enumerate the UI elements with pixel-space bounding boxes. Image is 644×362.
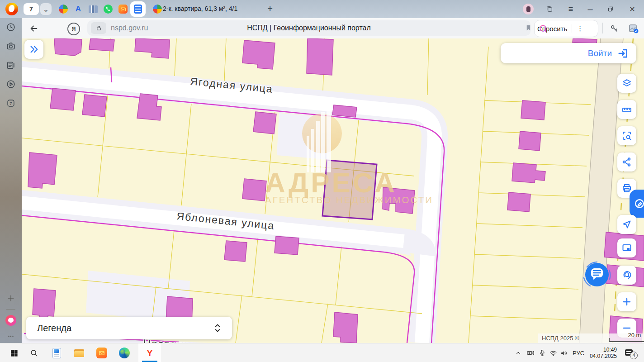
window-close-button[interactable]: ✕	[627, 4, 638, 14]
restore-icon	[607, 6, 614, 12]
sidebar-add-button[interactable]	[6, 293, 16, 303]
yandex-browser-taskbar-button[interactable]: Y	[138, 343, 161, 362]
screen: 7 ⌄ A 2-к. квартира, 61,3 м², 4/1 + ≡ – …	[0, 0, 644, 362]
edge-icon	[119, 348, 130, 358]
pinned-tab-whatsapp-icon[interactable]	[104, 5, 113, 14]
tray-camera[interactable]	[526, 343, 535, 362]
active-tab-title[interactable]: 2-к. квартира, 61,3 м², 4/1	[163, 5, 258, 12]
history-button[interactable]	[6, 22, 16, 32]
toolbar-divider	[602, 23, 603, 33]
plus-icon	[621, 296, 632, 307]
notification-badge: 4	[630, 352, 638, 359]
file-explorer-button[interactable]	[73, 347, 85, 359]
map-viewport[interactable]: АДРЕСА АГЕНТСТВО НЕДВИЖИМОСТИ Ягодная ул…	[22, 38, 644, 343]
password-manager-button[interactable]	[608, 23, 620, 34]
window-restore-button[interactable]	[605, 4, 616, 14]
scale-bracket	[609, 338, 644, 342]
browser-menu-button[interactable]: ≡	[565, 4, 576, 14]
pinned-tab-active-docs[interactable]	[130, 1, 146, 17]
extension-card-button[interactable]	[628, 23, 639, 34]
search-location-button[interactable]	[617, 266, 636, 285]
back-button[interactable]	[28, 23, 40, 34]
browser-toolbar: Я nspd.gov.ru НСПД | Геоинформационный п…	[22, 18, 644, 39]
widgets-icon	[52, 348, 61, 358]
area-search-button[interactable]	[617, 126, 636, 145]
tab-group-chip[interactable]: 7	[24, 3, 39, 15]
locate-button[interactable]	[617, 215, 636, 234]
sidebar-expand-button[interactable]	[24, 40, 43, 59]
yandex-search-button[interactable]: Я	[67, 23, 80, 35]
speaker-icon	[560, 349, 568, 357]
active-tab-favicon	[153, 5, 162, 14]
screenshot-button[interactable]	[6, 41, 16, 51]
search-pin-icon	[621, 270, 632, 281]
tray-show-hidden[interactable]	[515, 343, 522, 362]
clock[interactable]: 10:49 04.07.2025	[589, 343, 617, 362]
alice-assistant-button[interactable]	[5, 315, 16, 326]
tab-group-chevron-icon[interactable]: ⌄	[40, 3, 52, 15]
login-bar[interactable]: Войти	[501, 43, 636, 63]
window-minimize-button[interactable]: –	[585, 4, 596, 14]
picture-in-picture-icon	[621, 243, 632, 253]
edge-button[interactable]	[118, 347, 130, 359]
language-indicator[interactable]: РУС	[573, 343, 584, 362]
share-button[interactable]	[617, 152, 636, 171]
navigation-arrow-icon	[621, 219, 632, 230]
taskbar-search-button[interactable]	[28, 347, 40, 359]
new-tab-button[interactable]: +	[264, 3, 276, 14]
clock-icon	[6, 22, 16, 32]
tray-date: 04.07.2025	[590, 353, 617, 359]
layers-button[interactable]	[617, 74, 636, 93]
address-bar[interactable]: nspd.gov.ru НСПД | Геоинформационный пор…	[87, 20, 530, 36]
search-icon	[29, 348, 38, 357]
sketch-panel-button[interactable]	[630, 190, 644, 218]
pinned-tab-building-icon[interactable]	[89, 5, 98, 13]
legend-collapse-icon[interactable]	[213, 322, 222, 334]
legend-panel[interactable]: Легенда	[26, 317, 232, 339]
yandex-browser-logo-icon[interactable]	[5, 3, 18, 15]
windows-logo-icon	[10, 349, 19, 357]
folder-icon	[74, 349, 84, 357]
ask-alice-button[interactable]: Спросить ⋮	[534, 20, 598, 37]
video-button[interactable]	[6, 79, 16, 89]
share-icon	[621, 157, 632, 167]
profile-avatar[interactable]	[523, 4, 534, 14]
watermark-subtitle: АГЕНТСТВО НЕДВИЖИМОСТИ	[265, 195, 433, 205]
wifi-icon	[549, 349, 558, 357]
chat-fab[interactable]	[581, 259, 613, 291]
play-icon	[6, 79, 16, 89]
seven-badge-icon: 7	[6, 98, 16, 108]
browser-tab-strip: 7 ⌄ A 2-к. квартира, 61,3 м², 4/1 + ≡ – …	[0, 0, 644, 18]
tray-volume[interactable]	[560, 343, 568, 362]
double-chevron-right-icon	[29, 44, 39, 54]
start-button[interactable]	[8, 347, 20, 359]
yandex-mail-button[interactable]	[96, 347, 108, 359]
chat-fab-graphic	[581, 259, 613, 291]
pinned-tab-a-icon[interactable]: A	[74, 5, 83, 14]
ask-more-button[interactable]: ⋮	[572, 24, 583, 33]
sidebar-more-button[interactable]	[6, 331, 16, 341]
tray-microphone[interactable]	[538, 343, 546, 362]
ruler-icon	[621, 104, 632, 115]
zoom-in-button[interactable]	[617, 292, 636, 311]
tab-overview-icon[interactable]	[544, 4, 555, 14]
layers-icon	[621, 78, 632, 89]
pinned-tab-mail-icon[interactable]	[118, 5, 128, 14]
microphone-icon	[538, 349, 546, 357]
widgets-button[interactable]	[51, 347, 62, 359]
measure-button[interactable]	[617, 100, 636, 119]
articles-button[interactable]	[6, 60, 16, 70]
tab-group-panel-button[interactable]: 7	[6, 98, 16, 108]
map-canvas[interactable]: АДРЕСА АГЕНТСТВО НЕДВИЖИМОСТИ Ягодная ул…	[22, 38, 644, 343]
plus-icon	[6, 294, 15, 303]
chevron-up-icon	[515, 349, 522, 357]
tray-wifi[interactable]	[549, 343, 558, 362]
yandex-browser-icon: Y	[147, 348, 153, 358]
alice-sparkle-icon	[539, 24, 548, 33]
pinned-tab-services-icon[interactable]	[59, 5, 68, 14]
video-camera-icon	[526, 348, 535, 357]
notification-center-button[interactable]: 4	[625, 343, 635, 362]
watermark-title: АДРЕСА	[265, 167, 397, 198]
minimap-button[interactable]	[617, 238, 636, 257]
card-check-icon	[628, 23, 639, 34]
